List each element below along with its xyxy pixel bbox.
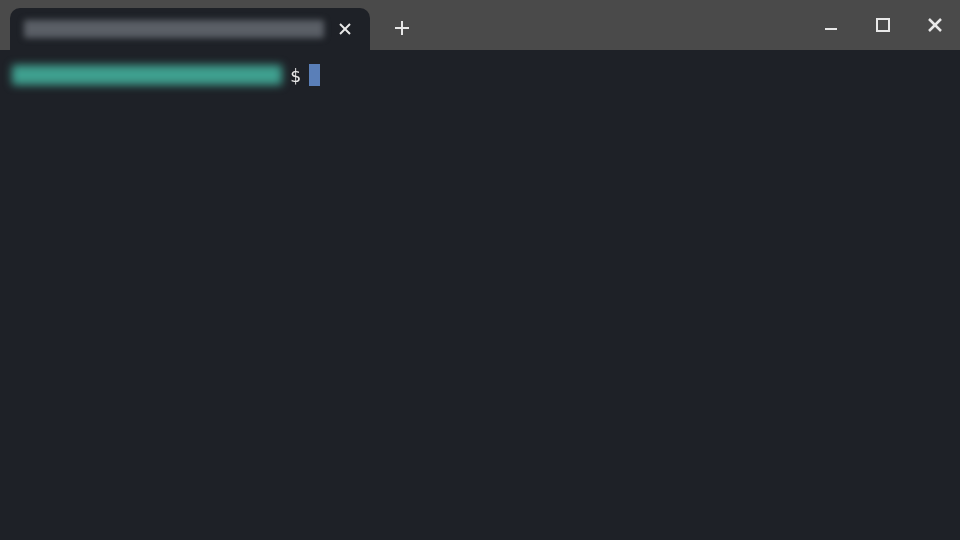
terminal-cursor	[309, 64, 320, 86]
window-controls	[816, 0, 950, 50]
tab-title	[24, 20, 324, 38]
minimize-button[interactable]	[816, 10, 846, 40]
maximize-icon	[875, 17, 891, 33]
tab-close-button[interactable]	[334, 18, 356, 40]
close-icon	[927, 17, 943, 33]
active-tab[interactable]	[10, 8, 370, 50]
titlebar	[0, 0, 960, 50]
window-close-button[interactable]	[920, 10, 950, 40]
prompt-user-host	[12, 65, 282, 85]
plus-icon	[393, 19, 411, 37]
svg-rect-5	[877, 19, 889, 31]
prompt-symbol: $	[290, 65, 301, 86]
close-icon	[338, 22, 352, 36]
terminal-body[interactable]: $	[0, 50, 960, 100]
minimize-icon	[823, 17, 839, 33]
maximize-button[interactable]	[868, 10, 898, 40]
new-tab-button[interactable]	[384, 10, 420, 46]
